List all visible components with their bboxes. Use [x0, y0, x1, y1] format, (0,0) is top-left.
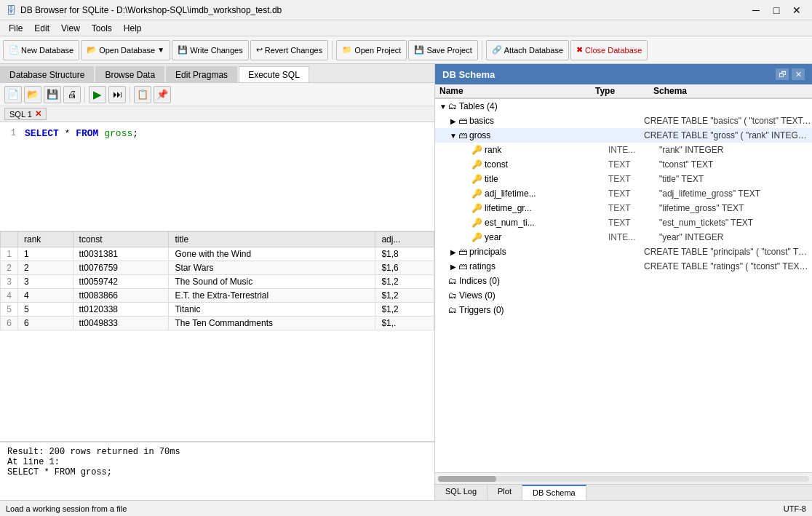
- new-sql-button[interactable]: 📄: [4, 86, 22, 103]
- principals-toggle[interactable]: ▶: [448, 248, 458, 256]
- run-sql-button[interactable]: ▶: [89, 86, 106, 103]
- close-db-icon: ✖: [576, 45, 583, 55]
- open-database-button[interactable]: 📂 Open Database ▼: [81, 40, 170, 60]
- tree-row-gross[interactable]: ▼ 🗃 gross CREATE TABLE "gross" ( "rank" …: [435, 128, 812, 143]
- tab-execute-sql[interactable]: Execute SQL: [239, 66, 309, 82]
- toolbar: 📄 New Database 📂 Open Database ▼ 💾 Write…: [0, 36, 812, 64]
- menu-tools[interactable]: Tools: [86, 22, 118, 35]
- basics-label: basics: [469, 116, 593, 126]
- schema-close-button[interactable]: ✕: [792, 68, 805, 80]
- menu-edit[interactable]: Edit: [28, 22, 55, 35]
- sql-editor[interactable]: 1 SELECT * FROM gross;: [0, 122, 434, 231]
- tab-plot[interactable]: Plot: [487, 485, 522, 500]
- save-project-button[interactable]: 💾 Save Project: [408, 40, 477, 60]
- tab-edit-pragmas[interactable]: Edit Pragmas: [166, 66, 237, 82]
- tree-row-principals[interactable]: ▶ 🗃 principals CREATE TABLE "principals"…: [435, 245, 812, 259]
- ratings-toggle[interactable]: ▶: [448, 263, 458, 271]
- cell-title: Star Wars: [169, 261, 375, 275]
- tree-row-triggers[interactable]: 🗂 Triggers (0): [435, 303, 812, 317]
- tree-row-tables[interactable]: ▼ 🗂 Tables (4): [435, 99, 812, 114]
- rank-type: INTE...: [608, 145, 659, 155]
- tree-row-basics[interactable]: ▶ 🗃 basics CREATE TABLE "basics" ( "tcon…: [435, 114, 812, 128]
- schema-title: DB Schema: [442, 69, 495, 80]
- table-row[interactable]: 2 2 tt0076759 Star Wars $1,6: [1, 261, 434, 275]
- tab-db-schema[interactable]: DB Schema: [522, 485, 586, 500]
- col-header-title: title: [169, 232, 375, 247]
- table-row[interactable]: 1 1 tt0031381 Gone with the Wind $1,8: [1, 247, 434, 261]
- cell-rownum: 1: [1, 247, 18, 261]
- bottom-tab-bar: SQL Log Plot DB Schema: [435, 484, 812, 500]
- schema-col-headers: Name Type Schema: [435, 84, 812, 99]
- write-changes-button[interactable]: 💾 Write Changes: [172, 40, 249, 60]
- tree-row-ratings[interactable]: ▶ 🗃 ratings CREATE TABLE "ratings" ( "tc…: [435, 259, 812, 274]
- run-current-button[interactable]: ⏭: [108, 86, 126, 103]
- table-row[interactable]: 3 3 tt0059742 The Sound of Music $1,2: [1, 275, 434, 289]
- cell-rank: 5: [18, 303, 73, 317]
- tab-browse-data[interactable]: Browse Data: [95, 66, 164, 82]
- basics-schema: CREATE TABLE "basics" ( "tconst" TEXT, "…: [644, 116, 812, 126]
- cell-tconst: tt0031381: [73, 247, 169, 261]
- views-label: Views (0): [459, 290, 583, 301]
- tree-row-title[interactable]: 🔑 title TEXT "title" TEXT: [435, 172, 812, 186]
- revert-icon: ↩: [256, 45, 263, 55]
- menu-view[interactable]: View: [55, 22, 86, 35]
- minimize-button[interactable]: ─: [747, 3, 765, 17]
- sql-editor-toolbar: 📄 📂 💾 🖨 ▶ ⏭ 📋 📌: [0, 83, 434, 106]
- sql-tab-1[interactable]: SQL 1 ✕: [4, 108, 47, 120]
- status-left: Load a working session from a file: [6, 504, 127, 513]
- rank-label: rank: [485, 145, 608, 155]
- col-name-header: Name: [435, 86, 595, 96]
- tree-row-tconst[interactable]: 🔑 tconst TEXT "tconst" TEXT: [435, 157, 812, 172]
- schema-restore-button[interactable]: 🗗: [776, 68, 789, 80]
- close-database-button[interactable]: ✖ Close Database: [570, 40, 648, 60]
- write-icon: 💾: [178, 45, 188, 55]
- schema-scrollbar[interactable]: [435, 472, 812, 484]
- menu-file[interactable]: File: [3, 22, 28, 35]
- menu-help[interactable]: Help: [118, 22, 148, 35]
- attach-database-button[interactable]: 🔗 Attach Database: [486, 40, 569, 60]
- basics-toggle[interactable]: ▶: [448, 117, 458, 125]
- schema-tree[interactable]: ▼ 🗂 Tables (4) ▶ 🗃 basics CREATE TABLE "…: [435, 99, 812, 472]
- table-row[interactable]: 5 5 tt0120338 Titanic $1,2: [1, 303, 434, 317]
- tree-row-lifetime[interactable]: 🔑 lifetime_gr... TEXT "lifetime_gross" T…: [435, 201, 812, 215]
- table-row[interactable]: 4 4 tt0083866 E.T. the Extra-Terrestrial…: [1, 289, 434, 303]
- print-sql-button[interactable]: 🖨: [63, 86, 81, 103]
- cell-adj: $1,8: [375, 247, 434, 261]
- cell-rownum: 3: [1, 275, 18, 289]
- sql-tab-close-button[interactable]: ✕: [35, 109, 41, 119]
- revert-changes-button[interactable]: ↩ Revert Changes: [250, 40, 329, 60]
- est-schema: "est_num_tickets" TEXT: [659, 218, 812, 228]
- tree-row-est[interactable]: 🔑 est_num_ti... TEXT "est_num_tickets" T…: [435, 215, 812, 230]
- paste-sql-button[interactable]: 📌: [154, 86, 171, 103]
- tree-row-adj[interactable]: 🔑 adj_lifetime... TEXT "adj_lifetime_gro…: [435, 186, 812, 201]
- main-area: Database Structure Browse Data Edit Prag…: [0, 64, 812, 500]
- new-database-button[interactable]: 📄 New Database: [3, 40, 79, 60]
- results-container[interactable]: rank tconst title adj... 1 1 tt0031381 G…: [0, 231, 434, 442]
- open-sql-button[interactable]: 📂: [24, 86, 41, 103]
- cell-tconst: tt0083866: [73, 289, 169, 303]
- col-header-rank: rank: [18, 232, 73, 247]
- tree-row-year[interactable]: 🔑 year INTE... "year" INTEGER: [435, 230, 812, 245]
- lifetime-icon: 🔑: [471, 203, 482, 213]
- title-icon: 🔑: [471, 174, 482, 184]
- gross-toggle[interactable]: ▼: [448, 132, 458, 140]
- tconst-label: tconst: [485, 159, 608, 170]
- tab-database-structure[interactable]: Database Structure: [0, 66, 94, 82]
- cell-rank: 6: [18, 317, 73, 330]
- right-panel: DB Schema 🗗 ✕ Name Type Schema ▼ 🗂 Table…: [435, 64, 812, 500]
- save-sql-button[interactable]: 💾: [44, 86, 61, 103]
- tree-row-indices[interactable]: 🗂 Indices (0): [435, 274, 812, 288]
- tables-toggle[interactable]: ▼: [438, 103, 448, 111]
- console-line-1: Result: 200 rows returned in 70ms: [7, 447, 427, 457]
- open-project-button[interactable]: 📁 Open Project: [336, 40, 407, 60]
- tab-sql-log[interactable]: SQL Log: [435, 485, 487, 500]
- sql-console: Result: 200 rows returned in 70ms At lin…: [0, 442, 434, 500]
- close-button[interactable]: ✕: [787, 3, 806, 17]
- ratings-schema: CREATE TABLE "ratings" ( "tconst" TEXT, …: [644, 261, 812, 271]
- table-row[interactable]: 6 6 tt0049833 The Ten Commandments $1,.: [1, 317, 434, 330]
- tree-row-views[interactable]: 🗂 Views (0): [435, 288, 812, 303]
- tree-row-rank[interactable]: 🔑 rank INTE... "rank" INTEGER: [435, 143, 812, 157]
- copy-sql-button[interactable]: 📋: [134, 86, 151, 103]
- maximize-button[interactable]: □: [767, 3, 786, 17]
- est-type: TEXT: [608, 218, 659, 228]
